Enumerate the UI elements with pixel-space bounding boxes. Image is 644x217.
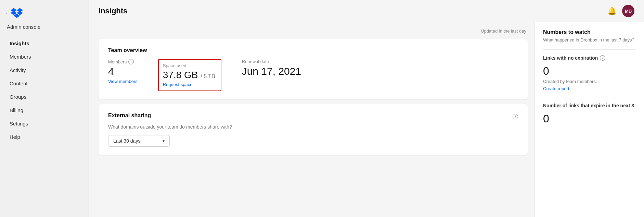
links-no-expiration-desc: Created by team members. [543,79,636,84]
team-overview-title: Team overview [108,47,518,53]
main-area: Insights 🔔 MD Updated in the last day Te… [89,0,644,217]
links-no-expiration-label: Links with no expiration i [543,55,636,61]
chevron-down-icon: ▾ [163,138,165,143]
view-members-link[interactable]: View members [108,79,138,84]
sidebar-nav: Insights Members Activity Content Groups… [0,35,89,145]
sidebar-item-billing[interactable]: Billing [3,104,86,117]
team-overview-grid: Members i 4 View members Space used 37.8… [108,59,518,91]
dropdown-value: Last 30 days [113,138,140,144]
topbar-right: 🔔 MD [607,5,634,17]
members-stat: Members i 4 View members [108,59,138,84]
renewal-date-value: Jun 17, 2021 [242,65,301,77]
sidebar-item-groups[interactable]: Groups [3,90,86,104]
divider-2 [543,97,636,97]
links-no-expiration-count: 0 [543,65,636,77]
space-used-value: 37.8 GB / 5 TB [163,70,215,81]
sidebar-item-insights[interactable]: Insights [3,37,86,50]
external-sharing-info-icon[interactable]: i [513,114,518,119]
topbar: Insights 🔔 MD [89,0,644,22]
content-body: Updated in the last day Team overview Me… [89,22,644,217]
external-sharing-card: External sharing What domains outside yo… [99,104,528,155]
links-info-icon[interactable]: i [600,55,605,61]
content-main: Updated in the last day Team overview Me… [89,22,534,217]
external-sharing-header: External sharing What domains outside yo… [108,112,518,135]
date-range-dropdown[interactable]: Last 30 days ▾ [108,135,170,147]
members-info-icon[interactable]: i [128,59,134,64]
updated-label: Updated in the last day [99,28,528,34]
sidebar-header: ‹ [0,0,89,23]
sidebar-item-activity[interactable]: Activity [3,63,86,77]
members-value: 4 [108,66,138,77]
admin-console-label: Admin console [0,23,89,35]
renewal-date-stat: Renewal date Jun 17, 2021 [242,59,301,77]
request-space-link[interactable]: Request space [163,82,215,87]
page-title: Insights [99,7,127,15]
external-sharing-text: External sharing What domains outside yo… [108,112,232,135]
sidebar-item-members[interactable]: Members [3,50,86,63]
links-expiring-label: Number of links that expire in the next … [543,103,636,108]
notifications-icon[interactable]: 🔔 [607,7,617,15]
external-sharing-subtitle: What domains outside your team do member… [108,124,232,130]
sidebar-item-settings[interactable]: Settings [3,117,86,130]
numbers-to-watch-subtitle: What happened in Dropbox in the last 7 d… [543,37,636,43]
sidebar-item-help[interactable]: Help [3,130,86,144]
create-report-link[interactable]: Create report [543,86,569,91]
numbers-to-watch-title: Numbers to watch [543,29,636,35]
collapse-sidebar-icon[interactable]: ‹ [5,10,7,15]
sidebar-item-content[interactable]: Content [3,77,86,90]
space-used-box: Space used 37.8 GB / 5 TB Request space [158,59,221,91]
user-avatar[interactable]: MD [622,5,634,17]
divider-1 [543,49,636,50]
team-overview-card: Team overview Members i 4 View members S… [99,39,528,99]
links-expiring-count: 0 [543,112,636,125]
right-panel: Numbers to watch What happened in Dropbo… [534,22,644,217]
dropbox-logo [11,6,23,19]
sidebar: ‹ Admin console Insights Members Activit… [0,0,89,217]
members-label: Members i [108,59,138,64]
space-used-label: Space used [163,63,215,68]
external-sharing-title: External sharing [108,112,232,119]
renewal-date-label: Renewal date [242,59,301,64]
